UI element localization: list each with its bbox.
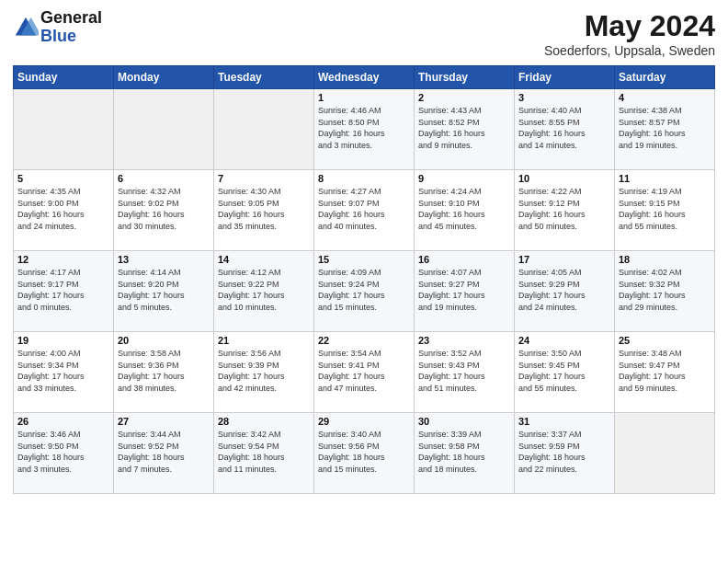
month-year: May 2024 [544,9,715,43]
day-number: 13 [118,254,210,265]
day-cell [615,413,715,494]
day-number: 6 [118,173,210,184]
day-cell: 20Sunrise: 3:58 AM Sunset: 9:36 PM Dayli… [114,332,214,413]
day-cell [14,89,114,170]
day-cell: 31Sunrise: 3:37 AM Sunset: 9:59 PM Dayli… [515,413,615,494]
day-cell: 14Sunrise: 4:12 AM Sunset: 9:22 PM Dayli… [214,251,314,332]
day-info: Sunrise: 4:12 AM Sunset: 9:22 PM Dayligh… [218,267,310,313]
day-cell: 6Sunrise: 4:32 AM Sunset: 9:02 PM Daylig… [114,170,214,251]
day-number: 27 [118,416,210,427]
logo-text: General Blue [40,9,102,46]
day-cell: 9Sunrise: 4:24 AM Sunset: 9:10 PM Daylig… [415,170,515,251]
weekday-header-saturday: Saturday [615,66,715,89]
day-number: 17 [518,254,610,265]
day-info: Sunrise: 4:30 AM Sunset: 9:05 PM Dayligh… [218,186,310,232]
day-cell: 28Sunrise: 3:42 AM Sunset: 9:54 PM Dayli… [214,413,314,494]
day-number: 18 [619,254,711,265]
day-info: Sunrise: 3:46 AM Sunset: 9:50 PM Dayligh… [17,429,109,475]
week-row-4: 19Sunrise: 4:00 AM Sunset: 9:34 PM Dayli… [14,332,715,413]
day-info: Sunrise: 4:24 AM Sunset: 9:10 PM Dayligh… [418,186,510,232]
day-number: 30 [418,416,510,427]
weekday-header-thursday: Thursday [415,66,515,89]
day-number: 15 [318,254,410,265]
day-number: 23 [418,335,510,346]
day-number: 3 [518,92,610,103]
day-info: Sunrise: 4:07 AM Sunset: 9:27 PM Dayligh… [418,267,510,313]
day-number: 21 [218,335,310,346]
day-info: Sunrise: 4:02 AM Sunset: 9:32 PM Dayligh… [619,267,711,313]
day-info: Sunrise: 3:56 AM Sunset: 9:39 PM Dayligh… [218,348,310,394]
day-info: Sunrise: 3:39 AM Sunset: 9:58 PM Dayligh… [418,429,510,475]
title-block: May 2024 Soederfors, Uppsala, Sweden [544,9,715,58]
logo-general: General [40,8,102,27]
logo-icon [13,15,39,40]
day-number: 16 [418,254,510,265]
day-info: Sunrise: 3:58 AM Sunset: 9:36 PM Dayligh… [118,348,210,394]
day-cell: 29Sunrise: 3:40 AM Sunset: 9:56 PM Dayli… [314,413,415,494]
day-info: Sunrise: 4:00 AM Sunset: 9:34 PM Dayligh… [17,348,109,394]
day-info: Sunrise: 3:40 AM Sunset: 9:56 PM Dayligh… [318,429,410,475]
day-info: Sunrise: 4:38 AM Sunset: 8:57 PM Dayligh… [619,105,711,151]
day-info: Sunrise: 4:46 AM Sunset: 8:50 PM Dayligh… [318,105,410,151]
logo: General Blue [13,9,102,46]
day-info: Sunrise: 3:52 AM Sunset: 9:43 PM Dayligh… [418,348,510,394]
day-cell: 25Sunrise: 3:48 AM Sunset: 9:47 PM Dayli… [615,332,715,413]
day-cell: 26Sunrise: 3:46 AM Sunset: 9:50 PM Dayli… [14,413,114,494]
weekday-header-friday: Friday [515,66,615,89]
day-info: Sunrise: 4:17 AM Sunset: 9:17 PM Dayligh… [17,267,109,313]
day-cell: 1Sunrise: 4:46 AM Sunset: 8:50 PM Daylig… [314,89,415,170]
day-number: 26 [17,416,109,427]
day-number: 2 [418,92,510,103]
day-number: 25 [619,335,711,346]
day-number: 1 [318,92,410,103]
day-cell: 19Sunrise: 4:00 AM Sunset: 9:34 PM Dayli… [14,332,114,413]
day-cell: 18Sunrise: 4:02 AM Sunset: 9:32 PM Dayli… [615,251,715,332]
week-row-5: 26Sunrise: 3:46 AM Sunset: 9:50 PM Dayli… [14,413,715,494]
week-row-1: 1Sunrise: 4:46 AM Sunset: 8:50 PM Daylig… [14,89,715,170]
day-number: 11 [619,173,711,184]
day-cell: 5Sunrise: 4:35 AM Sunset: 9:00 PM Daylig… [14,170,114,251]
day-cell: 13Sunrise: 4:14 AM Sunset: 9:20 PM Dayli… [114,251,214,332]
day-cell: 2Sunrise: 4:43 AM Sunset: 8:52 PM Daylig… [415,89,515,170]
day-info: Sunrise: 3:42 AM Sunset: 9:54 PM Dayligh… [218,429,310,475]
day-info: Sunrise: 4:19 AM Sunset: 9:15 PM Dayligh… [619,186,711,232]
day-number: 8 [318,173,410,184]
day-info: Sunrise: 4:14 AM Sunset: 9:20 PM Dayligh… [118,267,210,313]
day-cell: 7Sunrise: 4:30 AM Sunset: 9:05 PM Daylig… [214,170,314,251]
calendar-table: SundayMondayTuesdayWednesdayThursdayFrid… [13,65,715,494]
day-info: Sunrise: 3:44 AM Sunset: 9:52 PM Dayligh… [118,429,210,475]
weekday-header-sunday: Sunday [14,66,114,89]
day-info: Sunrise: 4:43 AM Sunset: 8:52 PM Dayligh… [418,105,510,151]
weekday-header-monday: Monday [114,66,214,89]
day-info: Sunrise: 4:22 AM Sunset: 9:12 PM Dayligh… [518,186,610,232]
day-cell: 16Sunrise: 4:07 AM Sunset: 9:27 PM Dayli… [415,251,515,332]
weekday-header-row: SundayMondayTuesdayWednesdayThursdayFrid… [14,66,715,89]
day-cell: 10Sunrise: 4:22 AM Sunset: 9:12 PM Dayli… [515,170,615,251]
day-number: 24 [518,335,610,346]
day-cell: 3Sunrise: 4:40 AM Sunset: 8:55 PM Daylig… [515,89,615,170]
day-info: Sunrise: 4:40 AM Sunset: 8:55 PM Dayligh… [518,105,610,151]
week-row-3: 12Sunrise: 4:17 AM Sunset: 9:17 PM Dayli… [14,251,715,332]
day-info: Sunrise: 4:32 AM Sunset: 9:02 PM Dayligh… [118,186,210,232]
day-info: Sunrise: 4:09 AM Sunset: 9:24 PM Dayligh… [318,267,410,313]
day-cell [214,89,314,170]
day-cell: 12Sunrise: 4:17 AM Sunset: 9:17 PM Dayli… [14,251,114,332]
day-number: 19 [17,335,109,346]
day-info: Sunrise: 3:54 AM Sunset: 9:41 PM Dayligh… [318,348,410,394]
day-number: 5 [17,173,109,184]
week-row-2: 5Sunrise: 4:35 AM Sunset: 9:00 PM Daylig… [14,170,715,251]
day-cell: 17Sunrise: 4:05 AM Sunset: 9:29 PM Dayli… [515,251,615,332]
day-number: 9 [418,173,510,184]
day-cell: 24Sunrise: 3:50 AM Sunset: 9:45 PM Dayli… [515,332,615,413]
day-info: Sunrise: 4:35 AM Sunset: 9:00 PM Dayligh… [17,186,109,232]
day-info: Sunrise: 4:27 AM Sunset: 9:07 PM Dayligh… [318,186,410,232]
day-number: 14 [218,254,310,265]
day-number: 7 [218,173,310,184]
day-number: 10 [518,173,610,184]
day-info: Sunrise: 3:50 AM Sunset: 9:45 PM Dayligh… [518,348,610,394]
day-number: 20 [118,335,210,346]
day-number: 4 [619,92,711,103]
day-cell: 8Sunrise: 4:27 AM Sunset: 9:07 PM Daylig… [314,170,415,251]
day-info: Sunrise: 3:48 AM Sunset: 9:47 PM Dayligh… [619,348,711,394]
day-cell: 30Sunrise: 3:39 AM Sunset: 9:58 PM Dayli… [415,413,515,494]
